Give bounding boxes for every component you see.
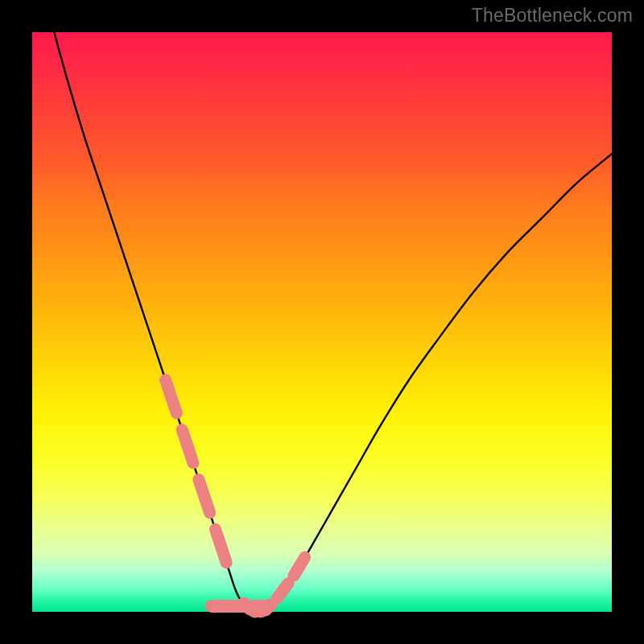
marker-segment [221,546,226,563]
marker-segment [188,446,193,463]
plot-area [32,32,612,612]
marker-segment [204,496,210,513]
watermark-text: TheBottleneck.com [472,5,633,27]
bottleneck-curve [32,0,612,613]
marker-group [166,380,305,612]
marker-segment [299,557,305,567]
chart-frame: TheBottleneck.com [0,0,644,644]
marker-segment [283,584,288,591]
curve-layer [32,32,612,612]
marker-segment [171,397,176,414]
